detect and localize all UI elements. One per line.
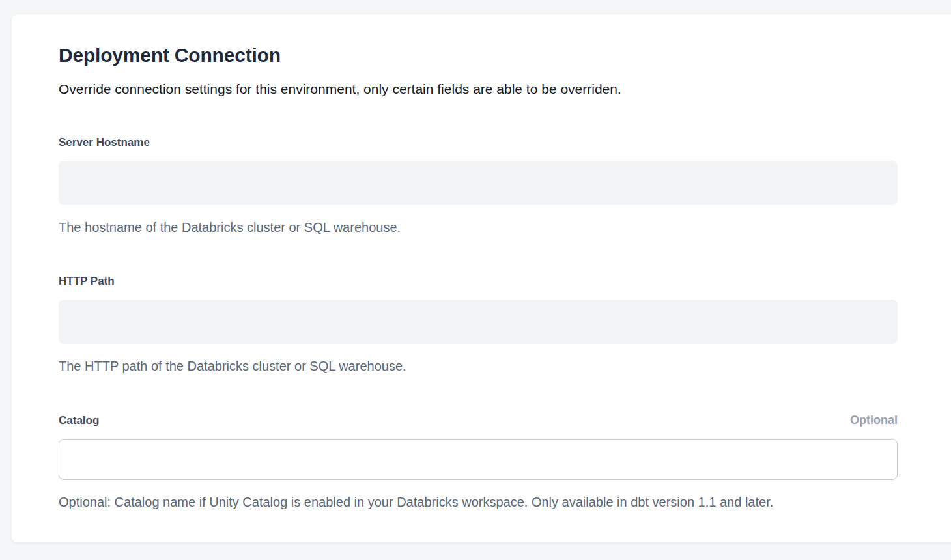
- page-subtitle: Override connection settings for this en…: [59, 81, 898, 98]
- page-title: Deployment Connection: [59, 43, 898, 68]
- catalog-optional-tag: Optional: [850, 413, 898, 427]
- field-catalog: Catalog Optional Optional: Catalog name …: [59, 413, 898, 510]
- server-hostname-label-row: Server Hostname: [59, 135, 898, 150]
- field-server-hostname: Server Hostname The hostname of the Data…: [59, 135, 898, 235]
- card-content: Deployment Connection Override connectio…: [12, 14, 898, 510]
- http-path-label: HTTP Path: [59, 274, 115, 288]
- http-path-input: [59, 300, 898, 344]
- http-path-label-row: HTTP Path: [59, 274, 898, 288]
- catalog-label: Catalog: [59, 413, 99, 428]
- server-hostname-input: [59, 161, 898, 205]
- http-path-help: The HTTP path of the Databricks cluster …: [59, 358, 898, 374]
- deployment-connection-card: Deployment Connection Override connectio…: [12, 14, 951, 542]
- server-hostname-label: Server Hostname: [59, 135, 150, 150]
- catalog-help: Optional: Catalog name if Unity Catalog …: [59, 494, 898, 510]
- catalog-input[interactable]: [59, 439, 898, 480]
- field-http-path: HTTP Path The HTTP path of the Databrick…: [59, 274, 898, 374]
- catalog-label-row: Catalog Optional: [59, 413, 898, 428]
- server-hostname-help: The hostname of the Databricks cluster o…: [59, 219, 898, 235]
